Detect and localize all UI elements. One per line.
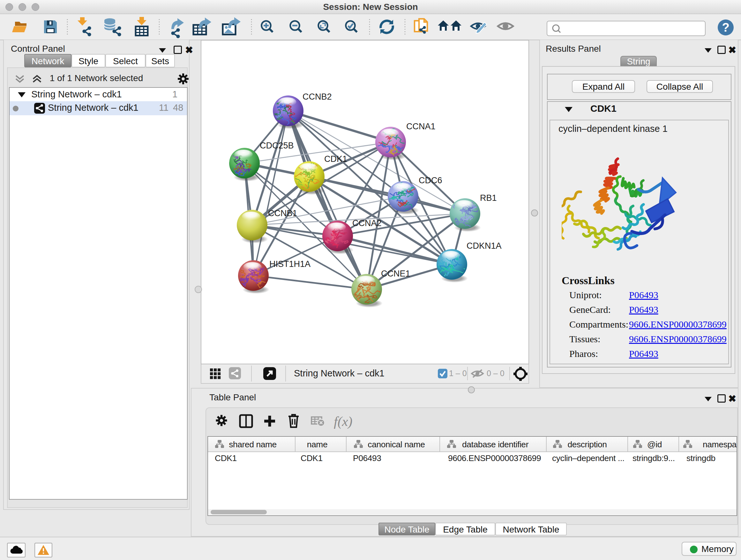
svg-text:CCNB1: CCNB1 — [268, 208, 297, 218]
svg-text:CCNB2: CCNB2 — [302, 92, 332, 102]
svg-text:0 – 0: 0 – 0 — [487, 369, 504, 378]
svg-text:HIST1H1A: HIST1H1A — [269, 259, 311, 269]
svg-text:RB1: RB1 — [480, 193, 497, 203]
svg-text:CDC25B: CDC25B — [260, 141, 294, 150]
svg-text:f(x): f(x) — [334, 414, 352, 429]
svg-text:namespace: namespace — [703, 440, 737, 449]
svg-text:@id: @id — [647, 440, 662, 449]
svg-text:1 – 0: 1 – 0 — [449, 369, 467, 378]
svg-text:CCNE1: CCNE1 — [381, 269, 410, 278]
svg-text:database identifier: database identifier — [462, 440, 529, 449]
svg-text:canonical name: canonical name — [367, 440, 425, 449]
svg-text:CDC6: CDC6 — [419, 176, 442, 185]
svg-text:name: name — [307, 440, 327, 449]
svg-text:shared name: shared name — [229, 440, 277, 449]
svg-text:CDKN1A: CDKN1A — [467, 241, 502, 251]
svg-text:CCNA1: CCNA1 — [406, 122, 435, 131]
svg-text:CCNA2: CCNA2 — [352, 219, 382, 228]
svg-text:?: ? — [722, 21, 729, 34]
svg-text:String Network – cdk1: String Network – cdk1 — [294, 368, 385, 378]
svg-text:description: description — [567, 440, 607, 449]
svg-text:CDK1: CDK1 — [324, 154, 347, 164]
